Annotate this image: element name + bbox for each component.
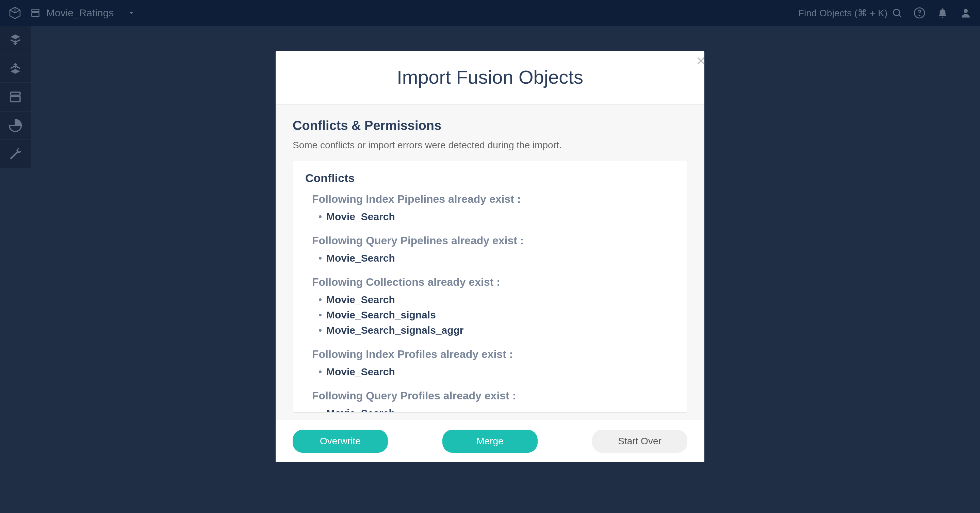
bullet-icon (319, 412, 321, 413)
modal-body: Conflicts & Permissions Some conflicts o… (275, 105, 705, 420)
start-over-button[interactable]: Start Over (592, 430, 687, 453)
conflict-item-label: Movie_Search (326, 405, 395, 413)
bullet-icon (319, 257, 321, 260)
conflict-group: Following Collections already exist :Mov… (305, 276, 675, 338)
conflicts-panel[interactable]: Conflicts Following Index Pipelines alre… (293, 161, 687, 413)
modal-footer: Overwrite Merge Start Over (275, 420, 705, 462)
conflict-item: Movie_Search_signals_aggr (305, 322, 675, 338)
modal-container: ✕ Import Fusion Objects Conflicts & Perm… (275, 51, 705, 462)
conflict-group-title: Following Query Profiles already exist : (305, 389, 675, 402)
bullet-icon (319, 215, 321, 218)
conflict-item-label: Movie_Search (326, 292, 395, 307)
overwrite-button[interactable]: Overwrite (293, 430, 388, 453)
conflict-group-title: Following Index Pipelines already exist … (305, 193, 675, 205)
import-modal: Import Fusion Objects Conflicts & Permis… (275, 51, 705, 462)
modal-overlay: ✕ Import Fusion Objects Conflicts & Perm… (0, 0, 980, 513)
bullet-icon (319, 299, 321, 301)
section-title: Conflicts & Permissions (293, 118, 687, 133)
conflict-group: Following Query Pipelines already exist … (305, 234, 675, 266)
conflict-group: Following Index Profiles already exist :… (305, 348, 675, 379)
conflict-item-label: Movie_Search (326, 209, 395, 224)
conflict-item: Movie_Search (305, 209, 675, 224)
conflict-group-title: Following Query Pipelines already exist … (305, 234, 675, 247)
conflict-item: Movie_Search (305, 364, 675, 379)
conflict-item: Movie_Search (305, 292, 675, 307)
modal-header: Import Fusion Objects (275, 51, 705, 105)
close-icon: ✕ (696, 54, 706, 68)
conflict-group-title: Following Index Profiles already exist : (305, 348, 675, 361)
conflicts-heading: Conflicts (305, 172, 675, 185)
conflict-item-label: Movie_Search (326, 250, 395, 266)
conflict-group-title: Following Collections already exist : (305, 276, 675, 289)
bullet-icon (319, 370, 321, 373)
merge-button[interactable]: Merge (442, 430, 538, 453)
conflicts-groups-container: Following Index Pipelines already exist … (305, 193, 675, 413)
conflict-item: Movie_Search (305, 250, 675, 266)
close-button[interactable]: ✕ (694, 54, 708, 68)
section-description: Some conflicts or import errors were det… (293, 140, 687, 151)
bullet-icon (319, 314, 321, 316)
modal-title: Import Fusion Objects (289, 66, 691, 88)
conflict-group: Following Query Profiles already exist :… (305, 389, 675, 413)
conflict-item-label: Movie_Search_signals_aggr (326, 322, 464, 338)
conflict-item: Movie_Search (305, 405, 675, 413)
conflict-group: Following Index Pipelines already exist … (305, 193, 675, 224)
conflict-item-label: Movie_Search (326, 364, 395, 379)
conflict-item: Movie_Search_signals (305, 307, 675, 322)
conflict-item-label: Movie_Search_signals (326, 307, 436, 322)
bullet-icon (319, 329, 321, 332)
